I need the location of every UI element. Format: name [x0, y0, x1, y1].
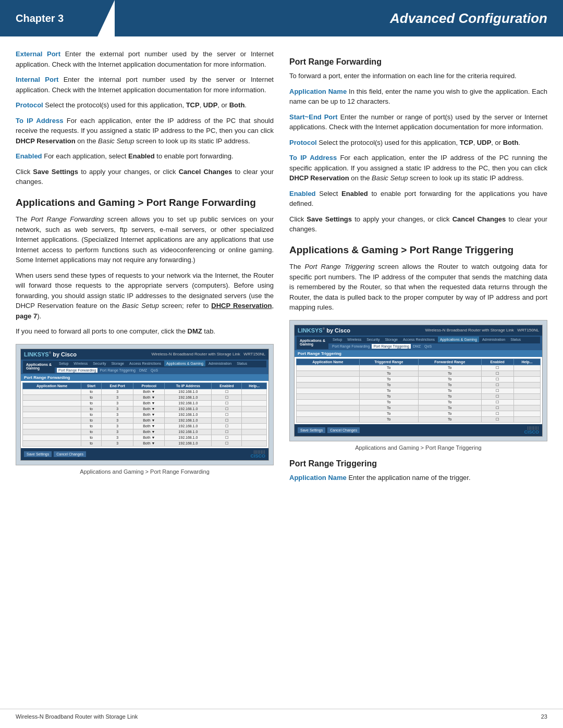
- nav-appgaming-prt: Applications & Gaming: [438, 337, 479, 342]
- prf-table: Application Name Start End Port Protocol…: [22, 382, 267, 447]
- router-ui-prt: LINKSYS® by Cisco Wireless-N Broadband R…: [294, 325, 543, 437]
- router-header-prf: LINKSYS® by Cisco Wireless-N Broadband R…: [21, 349, 268, 360]
- router-nav-area-prt: Setup Wireless Security Storage Access R…: [328, 337, 540, 349]
- enabled-r-term: Enabled: [289, 190, 316, 198]
- router-model-prf: Wireless-N Broadband Router with Storage…: [151, 352, 265, 356]
- router-sub-nav-prf: Port Range Forwarding Port Range Trigger…: [55, 367, 266, 373]
- subnav-qos: QoS: [149, 368, 160, 373]
- nav-wireless-prt: Wireless: [345, 337, 363, 342]
- table-row: ToTo☐: [297, 365, 541, 371]
- prt-screenshot-inner: LINKSYS® by Cisco Wireless-N Broadband R…: [290, 320, 547, 441]
- left-column: External Port Enter the external port nu…: [16, 49, 274, 488]
- footer-left: Wireless-N Broadband Router with Storage…: [16, 713, 138, 720]
- th-protocol: Protocol: [133, 382, 165, 389]
- protocol-para: Protocol Select the protocol(s) used for…: [16, 100, 274, 110]
- page-header: Chapter 3 Advanced Configuration: [0, 0, 563, 36]
- nav-storage: Storage: [109, 361, 126, 366]
- table-row: to3Both ▼192.168.1.0☐: [23, 389, 267, 394]
- table-row: ToTo☐: [297, 416, 541, 422]
- nav-setup: Setup: [57, 361, 70, 366]
- app-name-trigger-para: Application Name Enter the application n…: [289, 473, 547, 483]
- to-ip-r-para: To IP Address For each application, ente…: [289, 153, 547, 183]
- save-r-para: Click Save Settings to apply your change…: [289, 214, 547, 235]
- linksys-logo: LINKSYS® by Cisco: [24, 351, 77, 357]
- start-end-para: Start~End Port Enter the number or range…: [289, 112, 547, 132]
- section-heading-port-range: Applications and Gaming > Port Range For…: [16, 196, 274, 209]
- app-name-trigger-term: Application Name: [289, 474, 347, 482]
- linksys-logo-prt: LINKSYS® by Cisco: [298, 327, 350, 334]
- table-row: to3Both ▼192.168.1.0☐: [23, 394, 267, 400]
- enabled-para: Enabled For each application, select Ena…: [16, 151, 274, 162]
- router-sub-nav-prt: Port Range Forwarding Port Range Trigger…: [328, 343, 540, 349]
- internal-port-term: Internal Port: [16, 76, 58, 83]
- table-row: to3Both ▼192.168.1.0☐: [23, 423, 267, 429]
- nav-wireless: Wireless: [71, 361, 90, 366]
- table-row: to3Both ▼192.168.1.0☐: [23, 412, 267, 417]
- table-row: ToTo☐: [297, 371, 541, 376]
- save-settings-para: Click Save Settings to apply your change…: [16, 167, 274, 187]
- table-row: ToTo☐: [297, 393, 541, 399]
- enabled-r-para: Enabled Select Enabled to enable port fo…: [289, 189, 547, 209]
- save-settings-btn-prt[interactable]: Save Settings: [298, 427, 325, 433]
- router-nav-area: Setup Wireless Security Storage Access R…: [55, 361, 266, 373]
- router-header-prt: LINKSYS® by Cisco Wireless-N Broadband R…: [295, 325, 542, 336]
- nav-appgaming: Applications & Gaming: [164, 361, 205, 366]
- right-column: Port Range Forwarding To forward a port,…: [289, 49, 547, 488]
- subnav-prt-active: Port Range Triggering: [372, 344, 410, 349]
- main-content: External Port Enter the external port nu…: [0, 36, 563, 498]
- table-row: to3Both ▼192.168.1.0☐: [23, 417, 267, 423]
- prt-table: Application Name Triggered Range Forward…: [296, 359, 541, 423]
- page-title: Advanced Configuration: [115, 0, 563, 36]
- router-ui-prf: LINKSYS® by Cisco Wireless-N Broadband R…: [20, 349, 269, 461]
- router-sidebar-label-prt: Applications &Gaming: [297, 337, 328, 349]
- th-toip: To IP Address: [165, 382, 212, 389]
- nav-access: Access Restrictions: [127, 361, 163, 366]
- prf-intro-para: The Port Range Forwarding screen allows …: [16, 214, 274, 265]
- section-heading-prt: Applications & Gaming > Port Range Trigg…: [289, 244, 547, 257]
- app-name-para: Application Name In this field, enter th…: [289, 87, 547, 107]
- nav-security-prt: Security: [364, 337, 382, 342]
- prf-intro: To forward a port, enter the information…: [289, 71, 547, 81]
- router-footer-prt: Save Settings Cancel Changes |||||||| CI…: [295, 424, 542, 436]
- start-end-term: Start~End Port: [289, 113, 338, 121]
- prf-screenshot-inner: LINKSYS® by Cisco Wireless-N Broadband R…: [16, 344, 273, 465]
- table-row: ToTo☐: [297, 382, 541, 388]
- table-row: ToTo☐: [297, 405, 541, 411]
- save-settings-btn[interactable]: Save Settings: [24, 451, 52, 457]
- internal-port-para: Internal Port Enter the internal port nu…: [16, 75, 274, 95]
- footer-buttons-prt: Save Settings Cancel Changes: [298, 427, 360, 433]
- to-ip-term: To IP Address: [16, 117, 63, 125]
- nav-setup-prt: Setup: [331, 337, 344, 342]
- th-help-prt: Help...: [513, 359, 540, 365]
- th-forwarded: Forwarded Range: [418, 359, 481, 365]
- subnav-prt: Port Range Triggering: [98, 368, 137, 373]
- app-name-term: Application Name: [289, 88, 347, 95]
- table-row: ToTo☐: [297, 376, 541, 382]
- cisco-logo-prt: |||||||| CISCO: [524, 426, 539, 435]
- table-row: ToTo☐: [297, 411, 541, 416]
- router-footer-prf: Save Settings Cancel Changes |||||||| CI…: [21, 448, 268, 460]
- cancel-changes-btn-prt[interactable]: Cancel Changes: [327, 427, 360, 433]
- subsection-heading-prt2: Port Range Triggering: [289, 459, 547, 468]
- prt-intro-para: The Port Range Triggering screen allows …: [289, 262, 547, 313]
- cancel-changes-btn[interactable]: Cancel Changes: [54, 451, 86, 457]
- nav-admin-prt: Administration: [480, 337, 507, 342]
- subsection-heading-prf: Port Range Forwarding: [289, 57, 547, 67]
- router-main-nav: Setup Wireless Security Storage Access R…: [55, 361, 266, 367]
- th-start: Start: [81, 382, 102, 389]
- table-row: to3Both ▼192.168.1.0☐: [23, 400, 267, 406]
- protocol-r-para: Protocol Select the protocol(s) used for…: [289, 138, 547, 148]
- table-row: ToTo☐: [297, 399, 541, 405]
- router-table-area-prf: Application Name Start End Port Protocol…: [21, 381, 268, 448]
- th-triggered: Triggered Range: [359, 359, 418, 365]
- chapter-label: Chapter 3: [0, 0, 115, 36]
- footer-buttons-prf: Save Settings Cancel Changes: [24, 451, 86, 457]
- th-enabled: Enabled: [212, 382, 242, 389]
- cisco-logo-prf: |||||||| CISCO: [250, 450, 265, 459]
- nav-status-prt: Status: [508, 337, 523, 342]
- nav-access-prt: Access Restrictions: [401, 337, 437, 342]
- subnav-prf: Port Range Forwarding: [57, 368, 97, 373]
- table-row: to3Both ▼192.168.1.0☐: [23, 429, 267, 435]
- router-sidebar-prf: Applications &Gaming Setup Wireless Secu…: [21, 360, 268, 374]
- router-sidebar-label: Applications &Gaming: [23, 361, 55, 373]
